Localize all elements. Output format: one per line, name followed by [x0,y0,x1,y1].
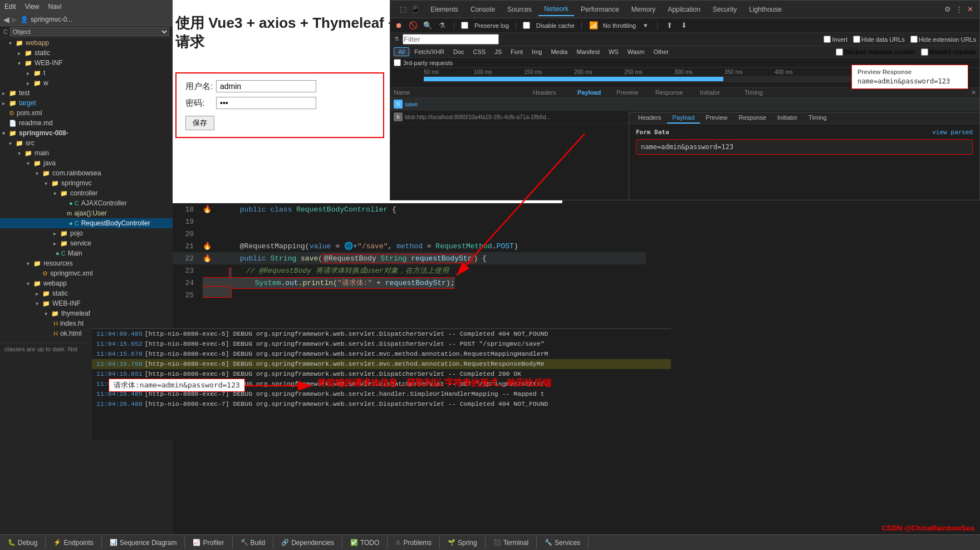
tab-dependencies[interactable]: 🔗 Dependencies [273,537,342,549]
sidebar-item-resources[interactable]: 📁 resources [0,258,173,268]
close-icon[interactable]: ✕ [965,4,975,14]
filter-input[interactable] [403,34,499,45]
sidebar-item-springmvc008[interactable]: 📁 springmvc-008- [0,128,173,138]
filter-ws[interactable]: WS [605,48,623,56]
upload-icon[interactable]: ⬆ [664,21,674,31]
tab-console[interactable]: Console [465,3,501,16]
tab-spring[interactable]: 🌱 Spring [440,537,486,549]
settings-icon[interactable]: ⚙ [943,4,953,14]
save-button[interactable]: 保存 [185,116,214,130]
sidebar-item-main[interactable]: 📁 main [0,148,173,158]
device-icon[interactable]: 📱 [410,4,420,14]
sidebar-item-static2[interactable]: 📁 static [0,288,173,298]
sidebar-item-ajaxcontroller[interactable]: ● C AJAXController [0,198,173,208]
detail-tab-preview[interactable]: Preview [700,112,733,124]
filter-manifest[interactable]: Manifest [572,48,604,56]
detail-tab-headers[interactable]: Headers [633,112,667,124]
col-close[interactable]: ✕ [971,89,976,96]
filter-other[interactable]: Other [649,48,673,56]
tab-todo[interactable]: ✅ TODO [342,537,388,549]
sidebar-item-target[interactable]: 📁 target [0,98,173,108]
tab-sequence[interactable]: 📊 Sequence Diagram [102,537,185,549]
tab-security[interactable]: Security [707,3,742,16]
filter-all[interactable]: All [394,47,409,56]
detail-tab-response[interactable]: Response [733,112,772,124]
record-icon[interactable]: ⏺ [394,21,404,31]
forward-button[interactable]: ▶ [12,15,18,24]
filter-doc[interactable]: Doc [449,48,468,56]
invert-checkbox[interactable] [824,36,831,43]
tab-network[interactable]: Network [538,3,574,16]
sidebar-item-thymeleaf[interactable]: 📁 thymeleaf [0,308,173,318]
request-row-save[interactable]: S save [390,98,979,111]
sidebar-item-webapp2[interactable]: 📁 webapp [0,278,173,288]
object-select[interactable]: Object [10,27,169,36]
filter-icon[interactable]: ⚗ [437,21,447,31]
blocked-requests-checkbox[interactable] [921,48,928,56]
filter-img[interactable]: Img [528,48,546,56]
tab-lighthouse[interactable]: Lighthouse [743,3,787,16]
sidebar-item-pom[interactable]: ⚙ pom.xml [0,108,173,118]
tab-performance[interactable]: Performance [575,3,625,16]
username-input[interactable] [216,80,316,92]
download-icon[interactable]: ⬇ [679,21,689,31]
blocked-response-checkbox[interactable] [836,48,843,56]
filter-js[interactable]: JS [491,48,506,56]
menu-view[interactable]: View [25,3,40,11]
more-icon[interactable]: ⋮ [954,4,964,14]
sidebar-item-springmvc[interactable]: 📁 springmvc [0,178,173,188]
tab-endpoints[interactable]: ⚡ Endpoints [46,537,101,549]
sidebar-item-webinf[interactable]: 📁 WEB-INF [0,58,173,68]
no-throttling-icon[interactable]: 📶 [589,21,599,31]
filter-wasm[interactable]: Wasm [624,48,649,56]
clear-icon[interactable]: 🚫 [408,21,418,31]
tab-terminal[interactable]: ⬛ Terminal [486,537,537,549]
menu-edit[interactable]: Edit [4,3,16,11]
filter-media[interactable]: Media [547,48,571,56]
password-input[interactable] [216,97,316,109]
sidebar-item-springmvc-xml[interactable]: ⚙ springmvc.xml [0,268,173,278]
search-icon[interactable]: 🔍 [423,21,433,31]
tab-services[interactable]: 🔧 Services [537,537,589,549]
filter-css[interactable]: CSS [469,48,490,56]
sidebar-item-index[interactable]: H index.ht [0,318,173,328]
sidebar-item-t[interactable]: 📁 t [0,68,173,78]
tab-problems[interactable]: ⚠ Problems [388,537,440,549]
detail-tab-timing[interactable]: Timing [803,112,832,124]
sidebar-item-static[interactable]: 📁 static [0,48,173,58]
sidebar-item-pojo[interactable]: 📁 pojo [0,228,173,238]
filter-font[interactable]: Font [507,48,527,56]
tab-debug[interactable]: 🐛 Debug [0,537,46,549]
filter-fetch[interactable]: Fetch/XHR [410,48,448,56]
third-party-checkbox[interactable] [394,59,401,66]
sidebar-item-maincls[interactable]: ● C Main [0,248,173,258]
tab-sources[interactable]: Sources [502,3,537,16]
preserve-log-checkbox[interactable] [461,22,468,29]
sidebar-item-controller[interactable]: 📁 controller [0,188,173,198]
detail-tab-initiator[interactable]: Initiator [772,112,803,124]
sidebar-item-ajax-user[interactable]: m ajax():User [0,208,173,218]
disable-cache-checkbox[interactable] [523,22,530,29]
sidebar-item-requestbody[interactable]: ● C RequestBodyController [0,218,173,228]
sidebar-item-readme[interactable]: 📄 readme.md [0,118,173,128]
inspect-icon[interactable]: ⬚ [398,4,408,14]
menu-navi[interactable]: Navi [48,3,61,11]
hide-ext-checkbox[interactable] [910,36,918,43]
sidebar-item-src[interactable]: 📁 src [0,138,173,148]
back-button[interactable]: ◀ [3,15,9,24]
sidebar-item-java[interactable]: 📁 java [0,158,173,168]
tab-application[interactable]: Application [662,3,706,16]
tab-build[interactable]: 🔨 Build [233,537,274,549]
hide-data-checkbox[interactable] [853,36,860,43]
detail-tab-payload[interactable]: Payload [667,112,700,124]
sidebar-item-webinf2[interactable]: 📁 WEB-INF [0,298,173,308]
sidebar-item-com[interactable]: 📁 com.rainbowsea [0,168,173,178]
sidebar-item-w[interactable]: 📁 w [0,78,173,88]
sidebar-item-service[interactable]: 📁 service [0,238,173,248]
throttle-down[interactable]: ▾ [640,21,650,31]
tab-memory[interactable]: Memory [626,3,661,16]
sidebar-item-test[interactable]: 📁 test [0,88,173,98]
view-parsed-link[interactable]: view parsed [932,129,973,136]
tab-elements[interactable]: Elements [425,3,464,16]
tab-profiler[interactable]: 📈 Profiler [185,537,232,549]
